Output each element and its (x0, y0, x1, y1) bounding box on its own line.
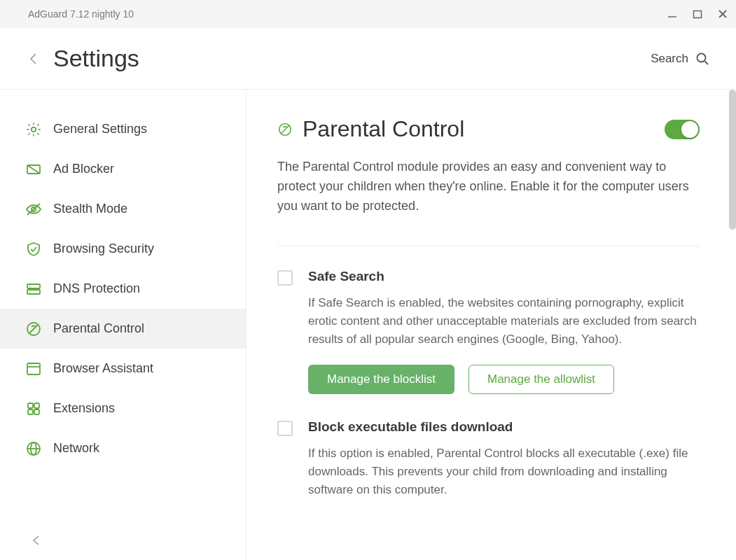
svg-rect-1 (694, 11, 702, 18)
sidebar-item-label: Extensions (53, 401, 115, 416)
sidebar-item-dns-protection[interactable]: DNS Protection (0, 269, 246, 309)
setting-description: If Safe Search is enabled, the websites … (308, 294, 700, 349)
divider (277, 246, 700, 246)
parental-control-toggle[interactable] (665, 120, 700, 139)
sidebar-item-label: Parental Control (53, 321, 144, 336)
section-title: Parental Control (303, 116, 665, 142)
sidebar-item-network[interactable]: Network (0, 428, 246, 468)
collapse-sidebar-button[interactable] (29, 533, 43, 547)
block-exe-checkbox[interactable] (277, 421, 293, 436)
button-row: Manage the blocklist Manage the allowlis… (308, 365, 700, 394)
browser-icon (25, 360, 42, 377)
sidebar-item-label: Ad Blocker (53, 162, 114, 176)
ad-blocker-icon (25, 161, 42, 178)
svg-rect-24 (34, 410, 39, 414)
sidebar-item-label: Browsing Security (53, 241, 154, 256)
back-button[interactable] (27, 52, 41, 66)
sidebar-item-parental-control[interactable]: Parental Control (0, 309, 246, 349)
sidebar-item-label: General Settings (53, 122, 147, 136)
sidebar-item-browser-assistant[interactable]: Browser Assistant (0, 349, 246, 388)
window-controls (667, 9, 728, 19)
stealth-icon (25, 201, 42, 218)
sidebar: General Settings Ad Blocker Stealth Mode… (0, 90, 247, 560)
manage-allowlist-button[interactable]: Manage the allowlist (468, 365, 614, 394)
svg-rect-12 (27, 290, 40, 294)
sidebar-item-ad-blocker[interactable]: Ad Blocker (0, 149, 246, 189)
svg-point-19 (29, 364, 30, 365)
svg-point-6 (32, 127, 36, 131)
extensions-icon (25, 400, 42, 417)
svg-point-20 (31, 364, 32, 365)
svg-rect-11 (27, 284, 40, 288)
window-title: AdGuard 7.12 nightly 10 (28, 8, 667, 20)
section-header: Parental Control (277, 116, 700, 142)
shield-icon (25, 241, 42, 258)
search-icon (695, 52, 709, 66)
parental-control-icon (25, 321, 42, 337)
toggle-knob (681, 121, 698, 138)
network-icon (25, 440, 42, 457)
gear-icon (25, 121, 42, 138)
parental-control-icon (277, 122, 293, 137)
page-title: Settings (53, 45, 651, 72)
minimize-button[interactable] (667, 9, 677, 19)
search-label: Search (651, 52, 688, 66)
titlebar: AdGuard 7.12 nightly 10 (0, 0, 736, 28)
svg-point-4 (697, 53, 706, 62)
close-button[interactable] (718, 9, 728, 19)
svg-line-5 (705, 61, 709, 64)
sidebar-item-browsing-security[interactable]: Browsing Security (0, 229, 246, 269)
sidebar-item-label: Stealth Mode (53, 202, 127, 216)
sidebar-item-label: Browser Assistant (53, 361, 153, 376)
svg-rect-21 (28, 403, 33, 408)
setting-safe-search: Safe Search If Safe Search is enabled, t… (277, 269, 700, 394)
setting-description: If this option is enabled, Parental Cont… (308, 444, 700, 500)
svg-line-8 (27, 165, 40, 174)
main-content: Parental Control The Parental Control mo… (247, 90, 736, 560)
sidebar-item-stealth-mode[interactable]: Stealth Mode (0, 189, 246, 229)
section-description: The Parental Control module provides an … (277, 158, 700, 216)
setting-title: Safe Search (308, 269, 700, 284)
dns-icon (25, 281, 42, 298)
sidebar-item-general-settings[interactable]: General Settings (0, 109, 246, 149)
scrollbar[interactable] (729, 90, 736, 230)
search-button[interactable]: Search (651, 52, 709, 66)
setting-title: Block executable files download (308, 419, 700, 435)
svg-rect-23 (28, 410, 33, 414)
maximize-button[interactable] (693, 9, 702, 19)
svg-rect-17 (27, 363, 40, 374)
svg-rect-22 (34, 403, 39, 408)
sidebar-item-label: DNS Protection (53, 281, 140, 296)
safe-search-checkbox[interactable] (277, 270, 293, 286)
manage-blocklist-button[interactable]: Manage the blocklist (308, 365, 454, 394)
sidebar-item-label: Network (53, 441, 99, 456)
page-header: Settings Search (0, 28, 736, 90)
svg-point-14 (29, 291, 31, 293)
setting-block-exe: Block executable files download If this … (277, 419, 700, 515)
sidebar-item-extensions[interactable]: Extensions (0, 388, 246, 428)
svg-point-13 (29, 286, 31, 287)
